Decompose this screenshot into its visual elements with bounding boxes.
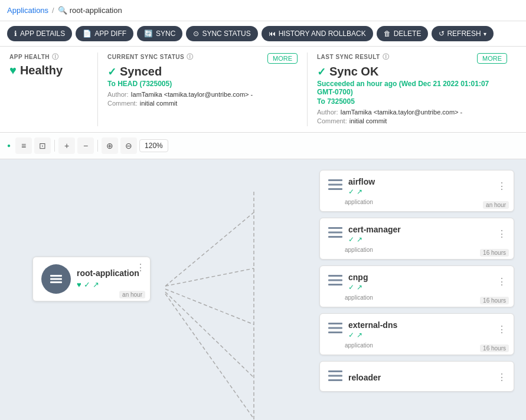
svg-rect-23	[328, 370, 342, 372]
root-external-link-icon: ↗	[93, 280, 99, 289]
toolbar: ℹ APP DETAILS 📄 APP DIFF 🔄 SYNC ⊙ SYNC S…	[0, 21, 526, 47]
external-dns-link-icon: ↗	[357, 331, 362, 339]
divider2	[97, 140, 98, 152]
app-health-label: APP HEALTH ⓘ	[9, 52, 88, 61]
refresh-button[interactable]: ↺ REFRESH ▾	[432, 26, 493, 41]
app-card-reloader-info: reloader	[348, 373, 492, 382]
app-health-section: APP HEALTH ⓘ ♥ Healthy	[9, 52, 98, 126]
sync-check-icon: ✓	[107, 65, 116, 78]
app-card-cert-manager: cert-manager ✓ ↗ ⋮ application 16 hours	[319, 218, 514, 260]
divider	[54, 140, 55, 152]
airflow-kebab-menu[interactable]: ⋮	[497, 181, 507, 192]
app-card-reloader-icon	[327, 368, 344, 388]
current-sync-section: CURRENT SYNC STATUS ⓘ MORE ✓ Synced To H…	[98, 52, 308, 126]
app-card-external-dns-icon	[327, 320, 344, 340]
sync-button[interactable]: 🔄 SYNC	[137, 26, 182, 41]
canvas-controls: ● ≡ ⊡ + − ⊕ ⊖ 120%	[0, 133, 526, 159]
sync-status-icon: ⊙	[193, 29, 199, 38]
root-node-info: root-application ♥ ✓ ↗	[77, 268, 142, 289]
svg-line-4	[165, 294, 254, 419]
svg-rect-8	[50, 275, 62, 277]
external-dns-time: 16 hours	[480, 344, 509, 352]
delete-icon: 🗑	[384, 29, 391, 38]
svg-rect-16	[328, 279, 342, 281]
breadcrumb-separator: /	[52, 6, 54, 15]
svg-rect-9	[328, 188, 342, 190]
delete-button[interactable]: 🗑 DELETE	[377, 26, 429, 41]
last-sync-info-icon: ⓘ	[383, 52, 390, 61]
root-node-icon	[41, 264, 71, 294]
airflow-time: an hour	[483, 201, 509, 209]
svg-rect-13	[328, 231, 342, 233]
info-icon: ℹ	[14, 29, 17, 38]
app-diff-button[interactable]: 📄 APP DIFF	[76, 26, 133, 41]
root-node-status-icons: ♥ ✓ ↗	[77, 280, 142, 289]
svg-rect-18	[328, 332, 342, 333]
zoom-display: 120%	[139, 139, 168, 152]
breadcrumb: Applications / 🔍 root-application	[0, 0, 526, 21]
sync-meta: Author:IamTamika <tamika.taylor@untribe.…	[107, 90, 298, 109]
svg-line-3	[165, 292, 254, 378]
app-card-external-dns-status: ✓ ↗	[348, 331, 492, 339]
svg-rect-15	[328, 284, 342, 286]
root-check-icon: ✓	[84, 280, 90, 289]
dot-indicator: ●	[7, 142, 11, 149]
svg-line-0	[165, 212, 254, 286]
cert-manager-kebab-menu[interactable]: ⋮	[497, 228, 507, 239]
app-card-reloader: reloader ⋮	[319, 361, 514, 392]
history-rollback-button[interactable]: ⏮ HISTORY AND ROLLBACK	[262, 26, 373, 41]
last-sync-label: LAST SYNC RESULT ⓘ	[317, 52, 389, 61]
app-details-button[interactable]: ℹ APP DETAILS	[7, 26, 72, 41]
zoom-in-button[interactable]: +	[58, 137, 75, 154]
app-card-cert-manager-status: ✓ ↗	[348, 235, 492, 244]
history-icon: ⏮	[269, 29, 276, 38]
sync-commit[interactable]: (7325005)	[139, 80, 172, 88]
app-card-airflow-status: ✓ ↗	[348, 188, 492, 196]
app-card-external-dns-info: external-dns ✓ ↗	[348, 320, 492, 339]
app-card-airflow-info: airflow ✓ ↗	[348, 177, 492, 196]
sync-icon: 🔄	[144, 29, 153, 38]
fit-button[interactable]: ⊡	[34, 137, 51, 154]
svg-rect-7	[50, 278, 62, 280]
cnpg-kebab-menu[interactable]: ⋮	[497, 276, 507, 287]
root-heart-icon: ♥	[77, 280, 81, 289]
sync-status-button[interactable]: ⊙ SYNC STATUS	[186, 26, 257, 41]
zoom-out-button[interactable]: −	[77, 137, 94, 154]
app-health-info-icon: ⓘ	[52, 52, 59, 61]
reloader-kebab-menu[interactable]: ⋮	[497, 372, 507, 383]
breadcrumb-home[interactable]: Applications	[7, 6, 48, 15]
sync-to-ref: To HEAD (7325005)	[107, 80, 298, 88]
app-card-cnpg-name: cnpg	[348, 273, 492, 282]
cnpg-link-icon: ↗	[357, 283, 362, 291]
svg-rect-6	[50, 281, 62, 283]
external-dns-kebab-menu[interactable]: ⋮	[497, 324, 507, 335]
airflow-check-icon: ✓	[348, 188, 354, 196]
refresh-icon: ↺	[439, 29, 445, 38]
cert-manager-link-icon: ↗	[357, 235, 362, 244]
svg-rect-21	[328, 379, 342, 381]
app-card-cnpg: cnpg ✓ ↗ ⋮ application 16 hours	[319, 265, 514, 307]
status-bar: APP HEALTH ⓘ ♥ Healthy CURRENT SYNC STAT…	[0, 47, 526, 133]
last-sync-commit[interactable]: 7325005	[327, 97, 355, 106]
current-sync-info-icon: ⓘ	[187, 52, 194, 61]
app-card-external-dns: external-dns ✓ ↗ ⋮ application 16 hours	[319, 313, 514, 355]
svg-rect-22	[328, 375, 342, 376]
cnpg-time: 16 hours	[480, 297, 509, 304]
zoom-fit-out-button[interactable]: ⊖	[120, 137, 137, 154]
app-card-cert-manager-icon	[327, 224, 344, 244]
app-card-reloader-name: reloader	[348, 373, 492, 382]
root-kebab-menu[interactable]: ⋮	[136, 262, 145, 273]
svg-line-2	[165, 289, 254, 324]
airflow-link-icon: ↗	[357, 188, 362, 196]
search-icon: 🔍	[58, 6, 67, 15]
align-button[interactable]: ≡	[15, 137, 32, 154]
cert-manager-time: 16 hours	[480, 249, 509, 257]
cert-manager-check-icon: ✓	[348, 235, 354, 244]
current-sync-more-button[interactable]: MORE	[267, 53, 298, 64]
app-card-airflow-name: airflow	[348, 177, 492, 186]
svg-rect-11	[328, 179, 342, 181]
diff-icon: 📄	[83, 29, 92, 38]
zoom-fit-in-button[interactable]: ⊕	[102, 137, 118, 154]
sync-head-ref[interactable]: HEAD	[117, 80, 138, 88]
last-sync-more-button[interactable]: MORE	[477, 53, 507, 64]
